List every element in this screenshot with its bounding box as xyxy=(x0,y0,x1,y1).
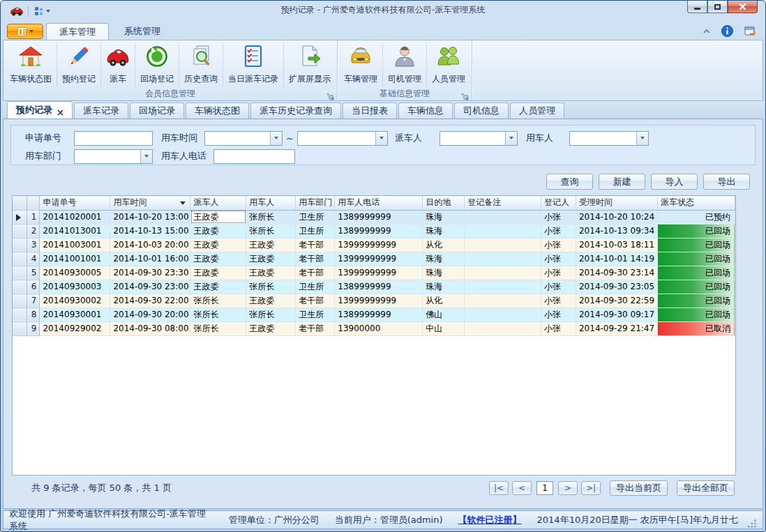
cell-dispatcher[interactable]: 王政委 xyxy=(190,238,246,252)
cell-destination[interactable]: 珠海 xyxy=(423,224,465,238)
cell-register-note[interactable] xyxy=(465,210,541,224)
cell-user-phone[interactable]: 1389999999 xyxy=(335,280,423,294)
row-indicator-cell[interactable] xyxy=(13,224,27,238)
extend-screen-button[interactable]: 扩展屏显示 xyxy=(284,43,336,87)
cell-accept-time[interactable]: 2014-10-20 10:24 xyxy=(576,210,657,224)
cell-register-note[interactable] xyxy=(465,321,541,335)
cell-registrar[interactable]: 小张 xyxy=(541,307,576,321)
row-indicator-cell[interactable] xyxy=(13,266,27,280)
application-no-input[interactable] xyxy=(74,131,153,146)
cell-car-user[interactable]: 王政委 xyxy=(246,294,296,307)
cell-destination[interactable]: 珠海 xyxy=(423,252,465,266)
dispatcher-combo[interactable] xyxy=(440,131,518,146)
cell-car-user[interactable]: 张所长 xyxy=(246,224,296,238)
cell-user-phone[interactable]: 1389999999 xyxy=(335,210,423,224)
doc-tab-dispatch-history-query[interactable]: 派车历史记录查询 xyxy=(250,102,341,119)
cell-user-phone[interactable]: 13900000 xyxy=(335,321,423,335)
cell-register-note[interactable] xyxy=(465,238,541,252)
cell-department[interactable]: 卫生所 xyxy=(296,210,335,224)
column-header-accept-time[interactable]: 受理时间 xyxy=(576,196,657,210)
cell-use-time[interactable]: 2014-09-30 22:00 xyxy=(110,294,190,307)
cell-accept-time[interactable]: 2014-10-01 14:19 xyxy=(576,252,657,266)
cell-accept-time[interactable]: 2014-09-30 22:59 xyxy=(576,294,657,307)
cell-department[interactable]: 老干部 xyxy=(296,238,335,252)
dispatch-button[interactable]: 派车 xyxy=(101,43,135,87)
column-header-dispatcher[interactable]: 派车人 xyxy=(190,196,246,210)
column-header-registrar[interactable]: 登记人 xyxy=(541,196,576,210)
cell-dispatch-status[interactable]: 已回场 xyxy=(657,294,735,307)
cell-registrar[interactable]: 小张 xyxy=(541,266,576,280)
cell-car-user[interactable]: 王政委 xyxy=(246,266,296,280)
last-page-button[interactable]: >| xyxy=(581,481,601,495)
row-indicator-cell[interactable] xyxy=(13,238,27,252)
column-header-dispatch-status[interactable]: 派车状态 xyxy=(657,196,735,210)
cell-application-no[interactable]: 20141020001 xyxy=(40,210,110,224)
cell-application-no[interactable]: 20141013001 xyxy=(40,224,110,238)
cell-dispatch-status[interactable]: 已回场 xyxy=(657,280,735,294)
cell-dispatch-status[interactable]: 已回场 xyxy=(657,224,735,238)
row-number-cell[interactable]: 7 xyxy=(27,294,40,307)
history-query-button[interactable]: 历史查询 xyxy=(179,43,223,87)
export-button[interactable]: 导出 xyxy=(703,174,750,190)
doc-tab-vehicle-info[interactable]: 车辆信息 xyxy=(398,102,453,119)
first-page-button[interactable]: |< xyxy=(489,481,509,495)
doc-tab-driver-info[interactable]: 司机信息 xyxy=(454,102,509,119)
new-button[interactable]: 新建 xyxy=(599,174,645,190)
doc-tab-vehicle-status-map[interactable]: 车辆状态图 xyxy=(186,102,249,119)
cell-department[interactable]: 老干部 xyxy=(296,321,335,335)
row-indicator-cell[interactable] xyxy=(13,321,27,335)
cell-application-no[interactable]: 20140929002 xyxy=(40,321,110,335)
cell-dispatcher[interactable]: 王政委 xyxy=(190,280,246,294)
cell-register-note[interactable] xyxy=(465,224,541,238)
cell-accept-time[interactable]: 2014-09-30 09:17 xyxy=(576,307,657,321)
cell-registrar[interactable]: 小张 xyxy=(541,210,576,224)
software-registered-link[interactable]: 【软件已注册】 xyxy=(458,514,522,526)
department-combo[interactable] xyxy=(74,149,153,164)
cell-car-user[interactable]: 王政委 xyxy=(246,252,296,266)
column-header-application-no[interactable]: 申请单号 xyxy=(40,196,110,210)
cell-department[interactable]: 卫生所 xyxy=(296,307,335,321)
cell-destination[interactable]: 中山 xyxy=(423,321,465,335)
column-sort-arrow-icon[interactable] xyxy=(180,202,186,205)
collapse-ribbon-icon[interactable] xyxy=(703,29,710,33)
cell-car-user[interactable]: 王政委 xyxy=(246,321,296,335)
row-indicator-cell[interactable] xyxy=(13,252,27,266)
cell-register-note[interactable] xyxy=(465,280,541,294)
cell-dispatch-status[interactable]: 已回场 xyxy=(657,238,735,252)
cell-application-no[interactable]: 20140930002 xyxy=(40,294,110,307)
cell-application-no[interactable]: 20140930005 xyxy=(40,266,110,280)
close-button[interactable] xyxy=(728,1,758,13)
row-number-cell[interactable]: 9 xyxy=(27,321,40,335)
cell-dispatcher[interactable]: 王政委 xyxy=(190,224,246,238)
cell-user-phone[interactable]: 13999999999 xyxy=(335,266,423,280)
dropdown-arrow-icon[interactable] xyxy=(636,132,648,145)
info-icon[interactable] xyxy=(721,25,733,37)
column-header-use-time[interactable]: 用车时间 xyxy=(110,196,190,210)
maximize-button[interactable] xyxy=(707,1,728,13)
reservation-register-button[interactable]: 预约登记 xyxy=(57,43,101,87)
cell-department[interactable]: 老干部 xyxy=(296,266,335,280)
cell-registrar[interactable]: 小张 xyxy=(541,238,576,252)
row-number-cell[interactable]: 1 xyxy=(27,210,40,224)
doc-tab-return-records[interactable]: 回场记录 xyxy=(130,102,184,119)
row-number-cell[interactable]: 6 xyxy=(27,280,40,294)
cell-accept-time[interactable]: 2014-09-29 21:47 xyxy=(576,321,657,335)
cell-accept-time[interactable]: 2014-09-30 23:05 xyxy=(576,280,657,294)
ribbon-tab-dispatch-management[interactable]: 派车管理 xyxy=(46,23,109,40)
dialog-launcher-icon[interactable] xyxy=(462,91,470,98)
cell-destination[interactable]: 珠海 xyxy=(423,266,465,280)
row-indicator-cell[interactable] xyxy=(13,307,27,321)
cell-destination[interactable]: 珠海 xyxy=(423,210,465,224)
cell-use-time[interactable]: 2014-09-30 23:00 xyxy=(110,280,190,294)
vehicle-status-map-button[interactable]: 车辆状态图 xyxy=(5,43,57,87)
cell-user-phone[interactable]: 1389999999 xyxy=(335,224,423,238)
cell-dispatcher[interactable]: 张所长 xyxy=(190,294,246,307)
row-number-cell[interactable]: 3 xyxy=(27,238,40,252)
row-number-cell[interactable]: 5 xyxy=(27,266,40,280)
cell-dispatch-status[interactable]: 已取消 xyxy=(657,321,735,335)
ribbon-tab-system-management[interactable]: 系统管理 xyxy=(112,23,173,40)
cell-registrar[interactable]: 小张 xyxy=(541,280,576,294)
import-button[interactable]: 导入 xyxy=(651,174,698,190)
cell-registrar[interactable]: 小张 xyxy=(541,321,576,335)
column-header-department[interactable]: 用车部门 xyxy=(296,196,335,210)
